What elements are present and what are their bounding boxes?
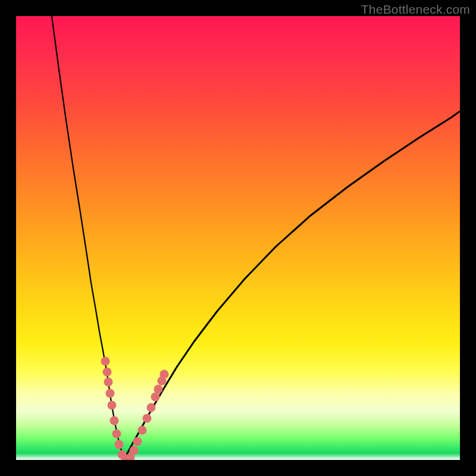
data-point: [143, 414, 152, 423]
curve-right: [124, 111, 460, 459]
data-point: [115, 440, 124, 449]
data-point: [160, 370, 169, 379]
data-point: [104, 378, 113, 387]
watermark-text: TheBottleneck.com: [361, 2, 470, 17]
data-point: [108, 401, 117, 410]
data-point: [154, 385, 163, 394]
data-point: [133, 437, 142, 446]
data-point: [130, 446, 139, 455]
data-point: [151, 393, 160, 402]
data-points: [101, 357, 169, 461]
chart-frame: TheBottleneck.com: [0, 0, 476, 476]
data-point: [101, 357, 110, 366]
data-point: [103, 368, 112, 377]
data-point: [106, 389, 115, 398]
data-point: [138, 426, 147, 435]
data-point: [112, 430, 121, 439]
chart-svg: [16, 16, 460, 460]
data-point: [110, 416, 119, 425]
plot-area: [16, 16, 460, 460]
data-point: [147, 403, 156, 412]
